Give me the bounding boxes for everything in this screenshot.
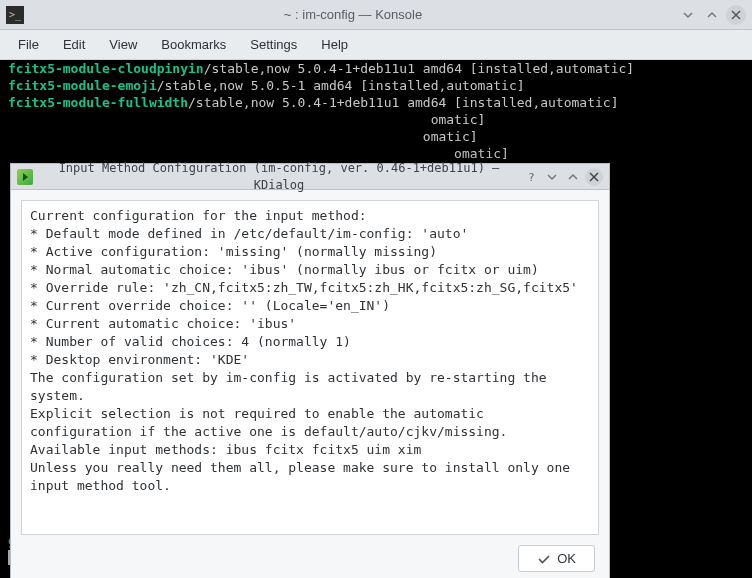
close-button[interactable] xyxy=(726,5,746,25)
terminal-icon: >_ xyxy=(6,6,24,24)
dialog-close-button[interactable] xyxy=(585,168,603,186)
menu-help[interactable]: Help xyxy=(311,33,358,56)
im-config-dialog: Input Method Configuration (im-config, v… xyxy=(10,163,610,578)
dialog-text-line: * Number of valid choices: 4 (normally 1… xyxy=(30,333,590,351)
dialog-help-button[interactable]: ? xyxy=(522,168,540,186)
minimize-button[interactable] xyxy=(678,5,698,25)
package-name: fcitx5-module-cloudpinyin xyxy=(8,61,204,76)
dialog-text-line: Current configuration for the input meth… xyxy=(30,207,590,225)
dialog-title: Input Method Configuration (im-config, v… xyxy=(39,160,519,194)
konsole-window: >_ ~ : im-config — Konsole File Edit Vie… xyxy=(0,0,752,578)
dialog-text-line: * Current override choice: '' (Locale='e… xyxy=(30,297,590,315)
terminal-line: fcitx5-module-fullwidth/stable,now 5.0.4… xyxy=(0,94,752,111)
dialog-text-line: * Current automatic choice: 'ibus' xyxy=(30,315,590,333)
menu-settings[interactable]: Settings xyxy=(240,33,307,56)
menu-view[interactable]: View xyxy=(99,33,147,56)
terminal-line: omatic] xyxy=(0,128,752,145)
dialog-button-bar: OK xyxy=(11,545,609,578)
dialog-titlebar: Input Method Configuration (im-config, v… xyxy=(11,164,609,190)
terminal-line: fcitx5-module-emoji/stable,now 5.0.5-1 a… xyxy=(0,77,752,94)
dialog-text-line: Explicit selection is not required to en… xyxy=(30,405,590,441)
menubar: File Edit View Bookmarks Settings Help xyxy=(0,30,752,60)
dialog-text-line: * Override rule: 'zh_CN,fcitx5:zh_TW,fci… xyxy=(30,279,590,297)
terminal-line: fcitx5-module-cloudpinyin/stable,now 5.0… xyxy=(0,60,752,77)
dialog-text-line: Available input methods: ibus fcitx fcit… xyxy=(30,441,590,459)
dialog-text-line: * Default mode defined in /etc/default/i… xyxy=(30,225,590,243)
package-rest: /stable,now 5.0.4-1+deb11u1 amd64 [insta… xyxy=(204,61,634,76)
maximize-button[interactable] xyxy=(702,5,722,25)
window-title: ~ : im-config — Konsole xyxy=(32,7,674,22)
dialog-text-line: * Active configuration: 'missing' (norma… xyxy=(30,243,590,261)
ok-button-label: OK xyxy=(557,551,576,566)
dialog-text-line: * Desktop environment: 'KDE' xyxy=(30,351,590,369)
window-titlebar: >_ ~ : im-config — Konsole xyxy=(0,0,752,30)
package-rest: omatic] xyxy=(8,112,485,127)
terminal-line: omatic] xyxy=(0,111,752,128)
package-name: fcitx5-module-emoji xyxy=(8,78,157,93)
package-rest: /stable,now 5.0.4-1+deb11u1 amd64 [insta… xyxy=(188,95,618,110)
menu-edit[interactable]: Edit xyxy=(53,33,95,56)
run-icon xyxy=(17,169,33,185)
dialog-minimize-button[interactable] xyxy=(543,168,561,186)
package-rest: omatic] xyxy=(8,129,478,144)
dialog-body: Current configuration for the input meth… xyxy=(21,200,599,535)
dialog-text-line: The configuration set by im-config is ac… xyxy=(30,369,590,405)
dialog-text-line: Unless you really need them all, please … xyxy=(30,459,590,495)
check-icon xyxy=(537,552,551,566)
menu-file[interactable]: File xyxy=(8,33,49,56)
dialog-maximize-button[interactable] xyxy=(564,168,582,186)
terminal-area[interactable]: fcitx5-module-cloudpinyin/stable,now 5.0… xyxy=(0,60,752,578)
menu-bookmarks[interactable]: Bookmarks xyxy=(151,33,236,56)
ok-button[interactable]: OK xyxy=(518,545,595,572)
package-rest: /stable,now 5.0.5-1 amd64 [installed,aut… xyxy=(157,78,525,93)
dialog-text-line: * Normal automatic choice: 'ibus' (norma… xyxy=(30,261,590,279)
package-name: fcitx5-module-fullwidth xyxy=(8,95,188,110)
svg-text:?: ? xyxy=(528,171,535,183)
